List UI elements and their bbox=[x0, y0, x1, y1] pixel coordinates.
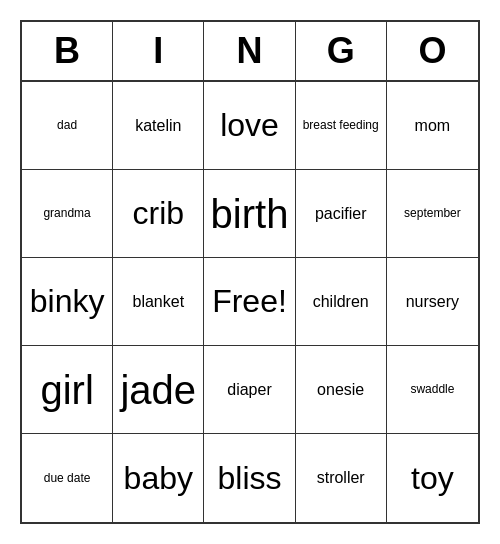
bingo-header: BINGO bbox=[22, 22, 478, 82]
bingo-cell: birth bbox=[204, 170, 295, 258]
bingo-cell: baby bbox=[113, 434, 204, 522]
cell-text: baby bbox=[124, 459, 193, 497]
bingo-grid: dadkatelinlovebreast feedingmomgrandmacr… bbox=[22, 82, 478, 522]
cell-text: onesie bbox=[317, 380, 364, 399]
cell-text: katelin bbox=[135, 116, 181, 135]
bingo-cell: toy bbox=[387, 434, 478, 522]
cell-text: binky bbox=[30, 282, 105, 320]
bingo-cell: katelin bbox=[113, 82, 204, 170]
cell-text: breast feeding bbox=[303, 118, 379, 132]
header-letter: N bbox=[204, 22, 295, 80]
bingo-cell: onesie bbox=[296, 346, 387, 434]
bingo-cell: pacifier bbox=[296, 170, 387, 258]
bingo-cell: grandma bbox=[22, 170, 113, 258]
bingo-cell: nursery bbox=[387, 258, 478, 346]
bingo-cell: breast feeding bbox=[296, 82, 387, 170]
cell-text: swaddle bbox=[410, 382, 454, 396]
bingo-cell: due date bbox=[22, 434, 113, 522]
bingo-cell: blanket bbox=[113, 258, 204, 346]
bingo-cell: crib bbox=[113, 170, 204, 258]
cell-text: birth bbox=[211, 190, 289, 238]
bingo-cell: diaper bbox=[204, 346, 295, 434]
bingo-cell: stroller bbox=[296, 434, 387, 522]
bingo-cell: girl bbox=[22, 346, 113, 434]
bingo-cell: bliss bbox=[204, 434, 295, 522]
cell-text: Free! bbox=[212, 282, 287, 320]
bingo-cell: september bbox=[387, 170, 478, 258]
cell-text: grandma bbox=[43, 206, 90, 220]
cell-text: girl bbox=[40, 366, 93, 414]
bingo-cell: jade bbox=[113, 346, 204, 434]
cell-text: september bbox=[404, 206, 461, 220]
bingo-card: BINGO dadkatelinlovebreast feedingmomgra… bbox=[20, 20, 480, 524]
cell-text: crib bbox=[133, 194, 185, 232]
cell-text: toy bbox=[411, 459, 454, 497]
cell-text: dad bbox=[57, 118, 77, 132]
header-letter: O bbox=[387, 22, 478, 80]
bingo-cell: dad bbox=[22, 82, 113, 170]
bingo-cell: Free! bbox=[204, 258, 295, 346]
bingo-cell: children bbox=[296, 258, 387, 346]
bingo-cell: binky bbox=[22, 258, 113, 346]
cell-text: due date bbox=[44, 471, 91, 485]
cell-text: nursery bbox=[406, 292, 459, 311]
cell-text: stroller bbox=[317, 468, 365, 487]
cell-text: mom bbox=[415, 116, 451, 135]
cell-text: jade bbox=[120, 366, 196, 414]
cell-text: pacifier bbox=[315, 204, 367, 223]
header-letter: G bbox=[296, 22, 387, 80]
header-letter: B bbox=[22, 22, 113, 80]
cell-text: bliss bbox=[217, 459, 281, 497]
cell-text: blanket bbox=[132, 292, 184, 311]
bingo-cell: mom bbox=[387, 82, 478, 170]
header-letter: I bbox=[113, 22, 204, 80]
cell-text: children bbox=[313, 292, 369, 311]
cell-text: love bbox=[220, 106, 279, 144]
bingo-cell: swaddle bbox=[387, 346, 478, 434]
cell-text: diaper bbox=[227, 380, 271, 399]
bingo-cell: love bbox=[204, 82, 295, 170]
